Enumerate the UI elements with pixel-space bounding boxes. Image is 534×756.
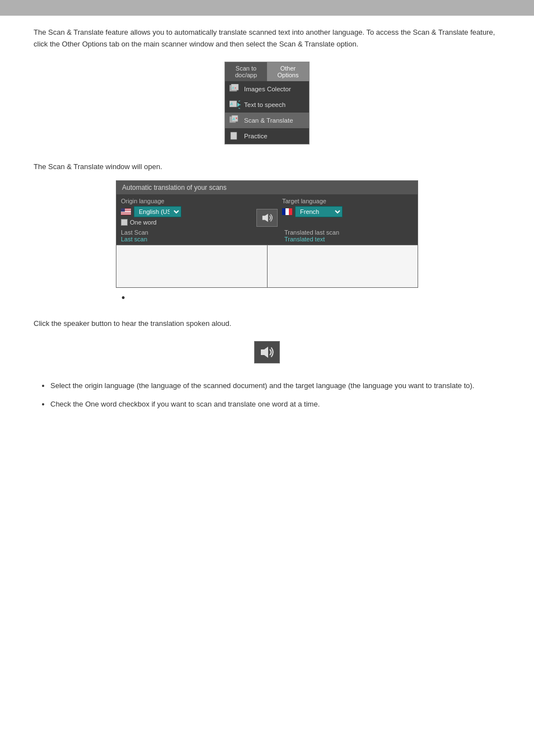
menu-item-scan-translate[interactable]: A × Scan & Translate [225, 113, 309, 128]
paragraph-1: The Scan & Translate feature allows you … [34, 27, 500, 50]
menu-tabs: Scan todoc/app OtherOptions [225, 62, 309, 81]
translate-title: Automatic translation of your scans [122, 184, 227, 192]
one-word-row: One word [121, 219, 252, 226]
svg-text:A: A [231, 86, 234, 90]
svg-marker-16 [261, 347, 268, 358]
practice-icon [229, 131, 241, 141]
flag-fr-icon [282, 208, 292, 215]
translated-last-scan-label: Translated last scan [284, 229, 413, 236]
translated-text-area[interactable] [268, 245, 418, 287]
speaker-standalone-button[interactable] [254, 341, 280, 363]
origin-language-section: Origin language English (US) English (UK… [121, 198, 252, 226]
menu-item-text-to-speech[interactable]: A Text to speech [225, 97, 309, 113]
paragraph-2: The Scan & Translate window will open. [34, 161, 500, 173]
one-word-checkbox[interactable] [121, 219, 128, 226]
bullet-item-1: Select the origin language (the language… [50, 380, 500, 392]
last-scan-section: Last Scan Last scan [121, 229, 250, 242]
translated-section: Translated last scan Translated text [284, 229, 413, 242]
svg-text:A: A [232, 117, 235, 121]
last-scan-label: Last Scan [121, 229, 250, 236]
svg-text:×: × [236, 116, 237, 120]
svg-marker-15 [263, 214, 268, 222]
bullet-list: Select the origin language (the language… [50, 380, 500, 410]
text-to-speech-icon: A [229, 100, 241, 110]
flag-us-icon [121, 208, 131, 215]
bullet-item-2: Check the One word checkbox if you want … [50, 399, 500, 410]
images-collector-icon: A × [229, 84, 241, 94]
menu-widget: Scan todoc/app OtherOptions A × Images C… [224, 62, 310, 144]
original-text-area[interactable] [116, 245, 268, 287]
svg-text:A: A [229, 102, 233, 106]
last-scan-value: Last scan [121, 236, 250, 242]
svg-line-9 [238, 108, 240, 109]
svg-text:×: × [235, 86, 236, 90]
translated-value: Translated text [284, 236, 413, 242]
svg-rect-14 [231, 132, 237, 139]
menu-item-images-collector[interactable]: A × Images Colector [225, 81, 309, 97]
speaker-button[interactable] [256, 209, 278, 227]
translate-title-bar: Automatic translation of your scans [116, 181, 418, 194]
menu-item-practice-label: Practice [244, 133, 268, 139]
translate-panel: Automatic translation of your scans Orig… [116, 180, 418, 288]
origin-language-select[interactable]: English (US) English (UK) Spanish French… [134, 206, 181, 217]
tab-other-options[interactable]: OtherOptions [267, 62, 309, 81]
top-bar [0, 0, 534, 16]
text-areas [116, 245, 418, 287]
target-language-select[interactable]: French Spanish German Italian Portuguese [295, 206, 343, 217]
origin-lang-label: Origin language [121, 198, 252, 204]
target-language-section: Target language French Spanish German It… [282, 198, 413, 217]
menu-item-images-label: Images Colector [244, 86, 291, 92]
tab-other-label: OtherOptions [278, 65, 299, 78]
one-word-label: One word [130, 219, 157, 226]
paragraph-3: Click the speaker button to hear the tra… [34, 318, 500, 330]
target-lang-label: Target language [282, 198, 413, 204]
origin-lang-row: English (US) English (UK) Spanish French… [121, 206, 252, 217]
translate-panel-wrap: Automatic translation of your scans Orig… [116, 180, 418, 304]
svg-line-7 [238, 101, 240, 101]
scan-translate-icon: A × [229, 115, 241, 125]
target-lang-row: French Spanish German Italian Portuguese [282, 206, 413, 217]
menu-item-tts-label: Text to speech [244, 101, 285, 108]
tab-scan-to-doc[interactable]: Scan todoc/app [225, 62, 267, 81]
tab-scan-label: Scan todoc/app [235, 65, 257, 78]
menu-item-practice[interactable]: Practice [225, 128, 309, 144]
menu-item-scan-translate-label: Scan & Translate [244, 117, 293, 124]
